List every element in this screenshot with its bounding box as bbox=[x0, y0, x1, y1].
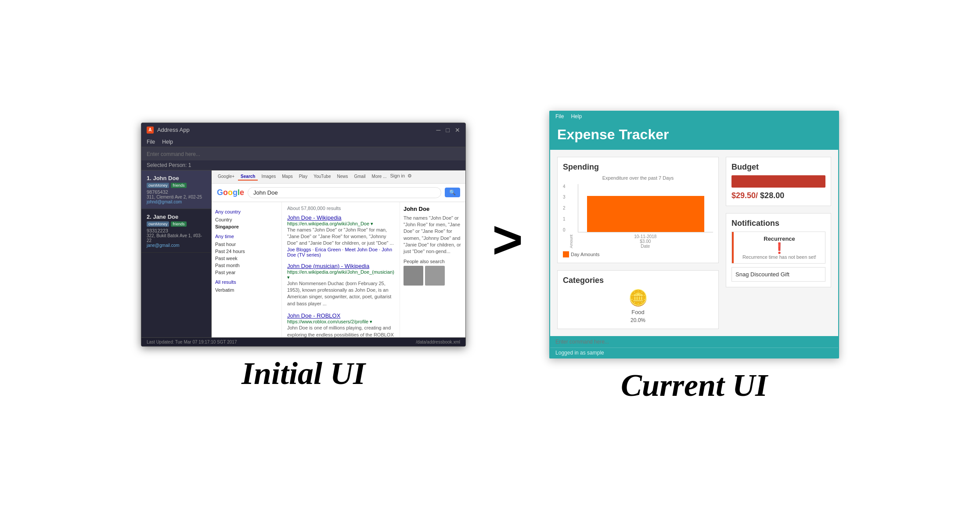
tab-youtube[interactable]: YouTube bbox=[311, 173, 333, 181]
google-search-input[interactable] bbox=[253, 189, 436, 196]
minimize-button[interactable]: ─ bbox=[436, 127, 441, 134]
tab-googleplus[interactable]: Google+ bbox=[215, 173, 237, 181]
x-label: 10-11-2018$3.00 bbox=[578, 234, 713, 244]
maximize-button[interactable]: □ bbox=[446, 127, 449, 134]
spending-title: Spending bbox=[563, 163, 713, 172]
y-label-3: 3 bbox=[563, 195, 566, 199]
google-search-button[interactable]: 🔍 bbox=[445, 188, 460, 197]
tag-friends-2: friends bbox=[171, 221, 186, 227]
sign-in-link[interactable]: Sign in bbox=[390, 173, 405, 181]
contact-item-2[interactable]: 2. Jane Doe ownMoney friends 93312223 32… bbox=[141, 209, 211, 253]
legend-color-box bbox=[563, 251, 569, 257]
contact-email-2: jane@gmail.com bbox=[147, 243, 206, 248]
google-logo: Google bbox=[217, 188, 244, 197]
contact-address-1: 311, Clementi Ave 2, #02-25 bbox=[147, 195, 206, 199]
search-results-area: Any country Country Singapore Any time P… bbox=[212, 202, 465, 337]
tab-maps[interactable]: Maps bbox=[279, 173, 295, 181]
arrow-symbol: > bbox=[492, 209, 523, 270]
warning-icon: ❗ bbox=[737, 242, 821, 254]
filter-country-val[interactable]: Singapore bbox=[215, 223, 278, 230]
file-menu[interactable]: File bbox=[147, 139, 155, 145]
notification-accent bbox=[732, 232, 734, 263]
y-label-1: 1 bbox=[563, 217, 566, 221]
tab-images[interactable]: Images bbox=[259, 173, 278, 181]
filter-past-week[interactable]: Past week bbox=[215, 255, 278, 262]
budget-amounts: $29.50/ $28.00 bbox=[731, 191, 825, 200]
results-main: About 57,800,000 results John Doe - Wiki… bbox=[282, 202, 400, 337]
status-right-path: /data/addressbook.xml bbox=[416, 340, 460, 344]
result-links-0[interactable]: Joe Bloggs · Erica Green · Meet John Doe… bbox=[287, 247, 394, 257]
right-section: File Help Expense Tracker Spending Expen… bbox=[549, 111, 839, 404]
status-bar: Last Updated: Tue Mar 07 19:17:10 SGT 20… bbox=[141, 337, 465, 346]
main-container: A Address App ─ □ ✕ File Help Selected P… bbox=[0, 0, 980, 514]
y-axis-label-container: Amount bbox=[569, 184, 576, 249]
notifications-title: Notifications bbox=[731, 219, 825, 228]
filter-past-hour[interactable]: Past hour bbox=[215, 241, 278, 248]
filter-past-year[interactable]: Past year bbox=[215, 269, 278, 276]
tab-play[interactable]: Play bbox=[296, 173, 310, 181]
window-controls: ─ □ ✕ bbox=[436, 127, 460, 134]
expense-right: Budget $29.50/ $28.00 Notifications bbox=[726, 157, 831, 329]
expense-file-menu[interactable]: File bbox=[555, 113, 564, 119]
command-input[interactable] bbox=[147, 151, 460, 157]
tab-news[interactable]: News bbox=[334, 173, 350, 181]
window-menubar: File Help bbox=[141, 137, 465, 147]
budget-separator: / bbox=[756, 191, 760, 200]
result-title-1[interactable]: John Doe (musician) - Wikipedia bbox=[287, 263, 394, 269]
chart-main: 10-11-2018$3.00 Date bbox=[578, 184, 713, 249]
contact-item-1[interactable]: 1. John Doe ownMoney friends 98765432 31… bbox=[141, 170, 211, 209]
sidebar-name: John Doe bbox=[404, 206, 462, 212]
filter-verbatim[interactable]: Verbatim bbox=[215, 286, 278, 293]
close-button[interactable]: ✕ bbox=[455, 127, 460, 134]
budget-card: Budget $29.50/ $28.00 bbox=[726, 157, 831, 206]
expense-app-window: File Help Expense Tracker Spending Expen… bbox=[549, 111, 839, 358]
app-icon: A bbox=[147, 127, 154, 134]
expense-footer: Logged in as sample bbox=[550, 336, 838, 358]
food-icon: 🪙 bbox=[628, 289, 648, 307]
expense-left: Spending Expenditure over the past 7 Day… bbox=[557, 157, 719, 329]
budget-bar-container bbox=[731, 175, 825, 188]
browser-nav: Google+ Search Images Maps Play YouTube … bbox=[212, 170, 465, 184]
settings-icon[interactable]: ⚙ bbox=[407, 173, 412, 181]
result-title-2[interactable]: John Doe - ROBLOX bbox=[287, 312, 394, 319]
tab-search[interactable]: Search bbox=[238, 173, 258, 181]
result-desc-1: John Nommensen Duchac (born February 25,… bbox=[287, 280, 394, 308]
result-desc-2: John Doe is one of millions playing, cre… bbox=[287, 325, 394, 337]
current-ui-label: Current UI bbox=[621, 367, 767, 404]
window-title-text: Address App bbox=[157, 127, 190, 133]
notifications-card: Notifications Recurrence ❗ Recurrence ti… bbox=[726, 213, 831, 287]
y-axis: 4 3 2 1 0 bbox=[563, 184, 567, 232]
result-item-0: John Doe - Wikipedia https://en.wikipedi… bbox=[287, 214, 394, 257]
y-label-0: 0 bbox=[563, 228, 566, 232]
tab-gmail[interactable]: Gmail bbox=[351, 173, 368, 181]
filter-all-results[interactable]: All results bbox=[215, 279, 278, 285]
command-input-bar bbox=[141, 147, 465, 160]
left-filters: Any country Country Singapore Any time P… bbox=[212, 202, 282, 337]
result-title-0[interactable]: John Doe - Wikipedia bbox=[287, 214, 394, 221]
window-titlebar: A Address App ─ □ ✕ bbox=[141, 123, 465, 137]
filter-past-month[interactable]: Past month bbox=[215, 262, 278, 269]
results-count: About 57,800,000 results bbox=[287, 206, 394, 211]
tab-more[interactable]: More ... bbox=[369, 173, 389, 181]
contact-address-2: 322, Bukit Batok Ave 1, #03-22 bbox=[147, 233, 206, 243]
search-bar-row: Google 🔍 bbox=[212, 184, 465, 202]
filter-any-time[interactable]: Any time bbox=[215, 234, 278, 239]
expense-header: Expense Tracker bbox=[550, 121, 838, 150]
result-url-1: https://en.wikipedia.org/wiki/John_Doe_(… bbox=[287, 269, 394, 280]
tag-ownmoney-2: ownMoney bbox=[147, 221, 169, 227]
help-menu[interactable]: Help bbox=[162, 139, 173, 145]
footer-command-input[interactable] bbox=[555, 339, 833, 345]
chart-container: 4 3 2 1 0 Amount bbox=[563, 184, 713, 249]
contact-phone-2: 93312223 bbox=[147, 228, 206, 233]
filter-any-country[interactable]: Any country bbox=[215, 209, 278, 214]
result-desc-0: The names "John Doe" or "John Roe" for m… bbox=[287, 227, 394, 247]
chart-subtitle: Expenditure over the past 7 Days bbox=[563, 175, 713, 181]
search-input-wrapper bbox=[248, 187, 441, 198]
chart-legend: Day Amounts bbox=[563, 251, 713, 257]
footer-status: Logged in as sample bbox=[550, 347, 838, 358]
filter-past-24[interactable]: Past 24 hours bbox=[215, 248, 278, 255]
spending-card: Spending Expenditure over the past 7 Day… bbox=[557, 157, 719, 263]
expense-help-menu[interactable]: Help bbox=[571, 113, 582, 119]
results-sidebar: John Doe The names "John Doe" or "John R… bbox=[400, 202, 465, 337]
snag-item[interactable]: Snag Discounted Gift bbox=[731, 267, 825, 282]
